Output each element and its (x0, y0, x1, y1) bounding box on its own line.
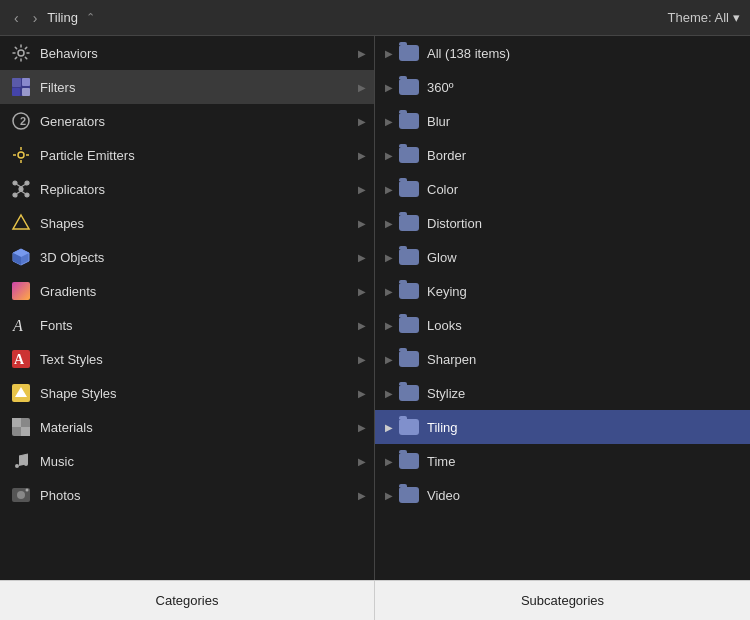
svg-point-17 (25, 193, 29, 197)
sidebar-item-shape-styles[interactable]: Shape Styles ▶ (0, 376, 374, 410)
chevron-right-icon: ▶ (385, 286, 393, 297)
subcategory-item-all[interactable]: ▶ All (138 items) (375, 36, 750, 70)
svg-rect-5 (22, 88, 30, 96)
chevron-right-icon: ▶ (385, 388, 393, 399)
sidebar-item-label: Shapes (40, 216, 358, 231)
sidebar-item-shapes[interactable]: Shapes ▶ (0, 206, 374, 240)
svg-line-19 (21, 185, 25, 188)
svg-point-15 (25, 181, 29, 185)
sidebar-item-photos[interactable]: Photos ▶ (0, 478, 374, 512)
music-icon (10, 450, 32, 472)
sidebar-item-label: Filters (40, 80, 358, 95)
shapes-icon (10, 212, 32, 234)
svg-line-18 (17, 185, 21, 188)
subcategory-label: Tiling (427, 420, 742, 435)
svg-point-8 (18, 152, 24, 158)
folder-icon (399, 113, 419, 129)
subcategory-item-looks[interactable]: ▶ Looks (375, 308, 750, 342)
subcategory-item-border[interactable]: ▶ Border (375, 138, 750, 172)
subcategory-label: All (138 items) (427, 46, 742, 61)
chevron-right-icon: ▶ (358, 388, 366, 399)
subcategory-label: Distortion (427, 216, 742, 231)
folder-icon (399, 215, 419, 231)
sidebar-item-music[interactable]: Music ▶ (0, 444, 374, 478)
sidebar-item-generators[interactable]: 2 Generators ▶ (0, 104, 374, 138)
folder-icon (399, 45, 419, 61)
categories-label: Categories (0, 581, 375, 620)
sidebar-item-materials[interactable]: Materials ▶ (0, 410, 374, 444)
bottom-labels: Categories Subcategories (0, 580, 750, 620)
sidebar-item-label: 3D Objects (40, 250, 358, 265)
svg-point-13 (19, 187, 23, 191)
subcategory-item-sharpen[interactable]: ▶ Sharpen (375, 342, 750, 376)
chevron-right-icon: ▶ (358, 456, 366, 467)
sidebar-item-particle-emitters[interactable]: Particle Emitters ▶ (0, 138, 374, 172)
subcategory-item-video[interactable]: ▶ Video (375, 478, 750, 512)
subcategory-label: Time (427, 454, 742, 469)
gear-icon (10, 42, 32, 64)
sidebar-item-filters[interactable]: Filters ▶ (0, 70, 374, 104)
chevron-right-icon: ▶ (358, 150, 366, 161)
svg-rect-32 (21, 427, 30, 436)
folder-icon (399, 385, 419, 401)
subcategory-item-distortion[interactable]: ▶ Distortion (375, 206, 750, 240)
subcategory-item-blur[interactable]: ▶ Blur (375, 104, 750, 138)
sidebar-item-label: Music (40, 454, 358, 469)
chevron-right-icon: ▶ (358, 184, 366, 195)
sidebar-item-behaviors[interactable]: Behaviors ▶ (0, 36, 374, 70)
photos-icon (10, 484, 32, 506)
theme-label: Theme: All (668, 10, 729, 25)
sidebar-item-gradients[interactable]: Gradients ▶ (0, 274, 374, 308)
chevron-right-icon: ▶ (358, 218, 366, 229)
sidebar-item-text-styles[interactable]: A Text Styles ▶ (0, 342, 374, 376)
nav-back-button[interactable]: ‹ (10, 8, 23, 28)
text-styles-icon: A (10, 348, 32, 370)
topbar-left: ‹ › Tiling ⌃ (10, 8, 95, 28)
sidebar-item-3d-objects[interactable]: 3D Objects ▶ (0, 240, 374, 274)
right-panel: ▶ All (138 items) ▶ 360º ▶ Blur ▶ Border… (375, 36, 750, 580)
svg-text:A: A (12, 317, 23, 334)
chevron-right-icon: ▶ (385, 252, 393, 263)
subcategory-label: Looks (427, 318, 742, 333)
sidebar-item-replicators[interactable]: Replicators ▶ (0, 172, 374, 206)
fonts-icon: A (10, 314, 32, 336)
chevron-right-icon: ▶ (385, 218, 393, 229)
theme-dropdown[interactable]: Theme: All ▾ (668, 10, 740, 25)
chevron-right-icon: ▶ (385, 456, 393, 467)
svg-rect-4 (12, 88, 20, 96)
chevron-right-icon: ▶ (385, 184, 393, 195)
subcategories-label: Subcategories (375, 581, 750, 620)
subcategory-label: Color (427, 182, 742, 197)
gradients-icon (10, 280, 32, 302)
chevron-right-icon: ▶ (358, 286, 366, 297)
chevron-right-icon: ▶ (385, 82, 393, 93)
svg-rect-25 (12, 282, 30, 300)
subcategory-item-keying[interactable]: ▶ Keying (375, 274, 750, 308)
subcategory-item-tiling[interactable]: ▶ Tiling (375, 410, 750, 444)
svg-text:A: A (14, 352, 25, 367)
subcategory-item-time[interactable]: ▶ Time (375, 444, 750, 478)
subcategory-item-glow[interactable]: ▶ Glow (375, 240, 750, 274)
sidebar-item-label: Replicators (40, 182, 358, 197)
folder-icon (399, 317, 419, 333)
sidebar-item-label: Shape Styles (40, 386, 358, 401)
svg-point-16 (13, 193, 17, 197)
chevron-right-icon: ▶ (358, 354, 366, 365)
sidebar-item-label: Generators (40, 114, 358, 129)
svg-point-36 (26, 489, 29, 492)
topbar-updown-icon[interactable]: ⌃ (86, 11, 95, 24)
subcategory-item-color[interactable]: ▶ Color (375, 172, 750, 206)
subcategory-item-stylize[interactable]: ▶ Stylize (375, 376, 750, 410)
generators-icon: 2 (10, 110, 32, 132)
chevron-right-icon: ▶ (358, 116, 366, 127)
folder-icon (399, 283, 419, 299)
chevron-right-icon: ▶ (358, 490, 366, 501)
subcategory-item-360[interactable]: ▶ 360º (375, 70, 750, 104)
nav-forward-button[interactable]: › (29, 8, 42, 28)
subcategory-label: 360º (427, 80, 742, 95)
sidebar-item-label: Gradients (40, 284, 358, 299)
sidebar-item-label: Photos (40, 488, 358, 503)
chevron-right-icon: ▶ (385, 320, 393, 331)
sidebar-item-fonts[interactable]: A Fonts ▶ (0, 308, 374, 342)
folder-icon (399, 453, 419, 469)
